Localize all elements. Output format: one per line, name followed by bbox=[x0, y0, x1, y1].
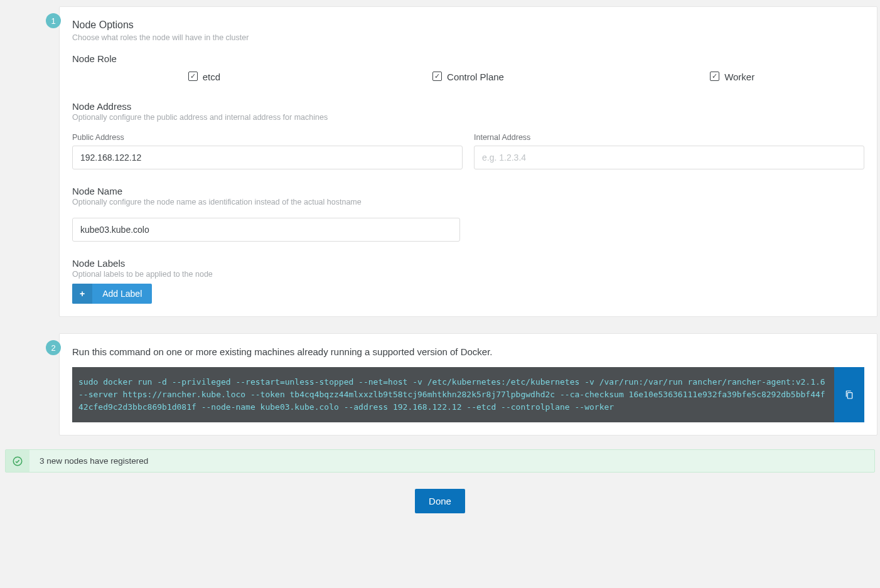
role-control-plane-label: Control Plane bbox=[447, 72, 504, 82]
run-command-text: Run this command on one or more existing… bbox=[72, 346, 864, 357]
node-address-sub: Optionally configure the public address … bbox=[72, 113, 864, 122]
role-worker[interactable]: ✓ Worker bbox=[600, 72, 864, 82]
success-icon bbox=[6, 450, 30, 472]
node-options-card: 1 Node Options Choose what roles the nod… bbox=[59, 6, 877, 317]
node-role-heading: Node Role bbox=[72, 53, 864, 64]
node-options-title: Node Options bbox=[72, 19, 864, 31]
clipboard-icon bbox=[844, 390, 854, 400]
role-control-plane[interactable]: ✓ Control Plane bbox=[336, 72, 601, 82]
node-labels-heading: Node Labels bbox=[72, 258, 864, 269]
add-label-button[interactable]: + Add Label bbox=[72, 284, 152, 304]
role-worker-label: Worker bbox=[724, 72, 754, 82]
internal-address-label: Internal Address bbox=[474, 133, 864, 142]
node-options-subtitle: Choose what roles the node will have in … bbox=[72, 33, 864, 42]
internal-address-input[interactable] bbox=[474, 146, 864, 169]
plus-icon: + bbox=[72, 284, 92, 304]
step-2-badge: 2 bbox=[46, 340, 61, 355]
checkbox-icon: ✓ bbox=[188, 72, 198, 81]
status-text: 3 new nodes have registered bbox=[30, 450, 158, 472]
node-labels-sub: Optional labels to be applied to the nod… bbox=[72, 270, 864, 279]
done-button[interactable]: Done bbox=[415, 489, 465, 513]
node-address-heading: Node Address bbox=[72, 101, 864, 112]
status-bar: 3 new nodes have registered bbox=[5, 449, 875, 473]
add-label-text: Add Label bbox=[92, 284, 152, 304]
checkbox-icon: ✓ bbox=[432, 72, 442, 81]
node-role-row: ✓ etcd ✓ Control Plane ✓ Worker bbox=[72, 72, 864, 82]
checkbox-icon: ✓ bbox=[710, 72, 719, 81]
svg-rect-0 bbox=[847, 393, 852, 398]
public-address-input[interactable] bbox=[72, 146, 463, 169]
command-block[interactable]: sudo docker run -d --privileged --restar… bbox=[72, 367, 834, 422]
step-1-badge: 1 bbox=[46, 13, 61, 28]
node-name-sub: Optionally configure the node name as id… bbox=[72, 198, 864, 206]
run-command-card: 2 Run this command on one or more existi… bbox=[59, 333, 877, 436]
role-etcd[interactable]: ✓ etcd bbox=[72, 72, 336, 82]
role-etcd-label: etcd bbox=[203, 72, 220, 82]
copy-button[interactable] bbox=[834, 367, 864, 422]
node-name-heading: Node Name bbox=[72, 186, 864, 196]
public-address-label: Public Address bbox=[72, 133, 463, 142]
node-name-input[interactable] bbox=[72, 218, 460, 242]
